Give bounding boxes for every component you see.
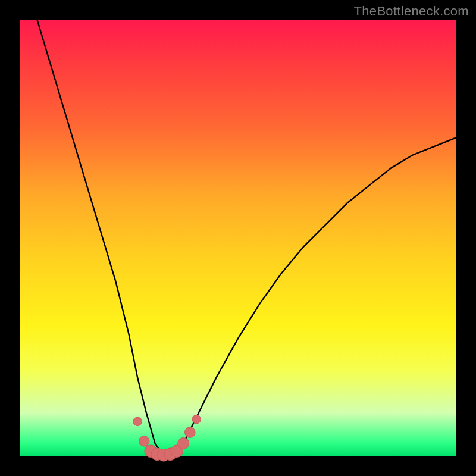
bottleneck-curve bbox=[37, 20, 456, 456]
watermark-text: TheBottleneck.com bbox=[354, 4, 469, 19]
highlight-dot bbox=[192, 415, 201, 424]
highlight-dot bbox=[139, 436, 149, 447]
highlight-dot bbox=[178, 438, 189, 449]
highlight-dot bbox=[133, 417, 142, 426]
highlight-markers bbox=[133, 415, 201, 461]
highlight-dot bbox=[185, 427, 196, 438]
chart-svg bbox=[20, 20, 456, 456]
chart-frame: TheBottleneck.com bbox=[0, 0, 476, 476]
